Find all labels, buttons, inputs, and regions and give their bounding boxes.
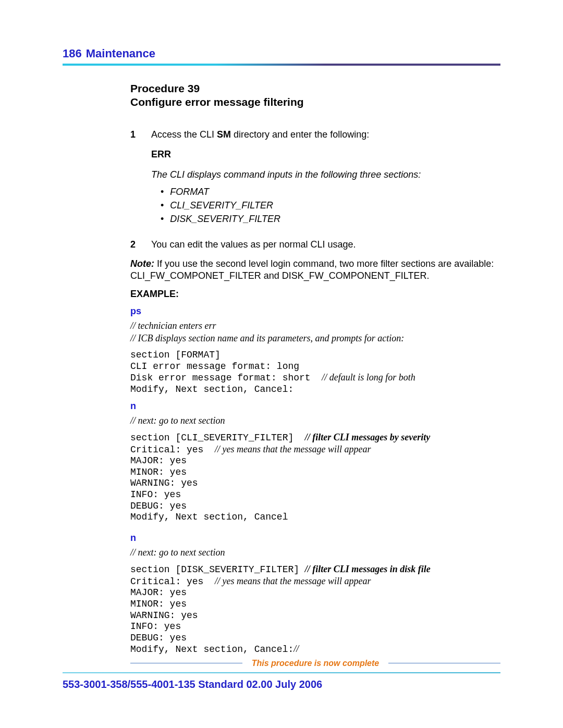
footer-rule <box>63 672 500 673</box>
step-number: 1 <box>130 128 137 231</box>
code-line: Modify, Next section, Cancel <box>130 512 288 522</box>
completion-text: This procedure is now complete <box>252 659 380 668</box>
step-2: 2 You can edit the values as per normal … <box>130 238 500 251</box>
note-text: If you use the second level login comman… <box>130 258 494 281</box>
code-inline-comment: // filter CLI messages by severity <box>305 432 430 442</box>
step-1: 1 Access the CLI SM directory and enter … <box>130 128 500 231</box>
step-body: Access the CLI SM directory and enter th… <box>151 128 500 231</box>
completion-separator: This procedure is now complete <box>130 659 500 668</box>
section-title: Maintenance <box>86 47 155 60</box>
page-number: 186 <box>63 47 82 60</box>
code-block: section [CLI_SEVERITY_FILTER] // filter … <box>130 432 500 523</box>
command-ps: ps <box>130 306 500 317</box>
step-body: You can edit the values as per normal CL… <box>151 238 500 251</box>
code-inline-comment: // yes means that the message will appea… <box>215 444 371 454</box>
document-page: 186 Maintenance Procedure 39 Configure e… <box>0 0 563 728</box>
code-line: Disk error message format: short <box>130 373 322 383</box>
step-text-prefix: Access the CLI <box>151 129 217 140</box>
page-header: 186 Maintenance <box>63 47 500 60</box>
code-line: Modify, Next section, Cancel: <box>130 384 293 394</box>
code-inline-comment: // default is long for both <box>322 372 415 382</box>
code-line: CLI error message format: long <box>130 361 299 372</box>
bullet-item: DISK_SEVERITY_FILTER <box>161 212 500 226</box>
code-line: WARNING: yes <box>130 478 198 488</box>
code-inline-comment: // <box>293 644 299 654</box>
code-line: DEBUG: yes <box>130 633 187 643</box>
code-comment: // ICB displays section name and its par… <box>130 332 500 344</box>
code-block: section [DISK_SEVERITY_FILTER] // filter… <box>130 564 500 656</box>
code-line: Modify, Next section, Cancel: <box>130 644 293 655</box>
code-line: MAJOR: yes <box>130 455 187 466</box>
code-line: DEBUG: yes <box>130 501 187 511</box>
err-label: ERR <box>151 148 500 161</box>
footer-text: 553-3001-358/555-4001-135 Standard 02.00… <box>63 678 500 690</box>
code-line: MINOR: yes <box>130 599 187 609</box>
code-comment: // technician enters err <box>130 320 500 332</box>
bullet-item: CLI_SEVERITY_FILTER <box>161 199 500 212</box>
code-inline-comment: // yes means that the message will appea… <box>215 576 371 586</box>
code-line: section [CLI_SEVERITY_FILTER] <box>130 433 305 443</box>
code-line: MAJOR: yes <box>130 587 187 598</box>
bullet-list: FORMAT CLI_SEVERITY_FILTER DISK_SEVERITY… <box>161 185 500 226</box>
command-n: n <box>130 533 500 544</box>
code-line: WARNING: yes <box>130 610 198 621</box>
code-line: INFO: yes <box>130 621 181 632</box>
note-label: Note: <box>130 258 154 269</box>
step-text-bold: SM <box>217 129 231 140</box>
code-line: section [FORMAT] <box>130 350 221 360</box>
step-number: 2 <box>130 238 137 251</box>
example-label: EXAMPLE: <box>130 289 500 300</box>
command-n: n <box>130 401 500 412</box>
code-line: Critical: yes <box>130 445 215 455</box>
step-text-suffix: directory and enter the following: <box>231 129 369 140</box>
procedure-title: Configure error message filtering <box>130 96 500 108</box>
page-footer: 553-3001-358/555-4001-135 Standard 02.00… <box>63 672 500 690</box>
procedure-label: Procedure 39 <box>130 82 500 95</box>
code-line: MINOR: yes <box>130 467 187 477</box>
code-line: INFO: yes <box>130 489 181 500</box>
separator-line <box>388 663 500 663</box>
code-block: section [FORMAT] CLI error message forma… <box>130 350 500 395</box>
code-line: section [DISK_SEVERITY_FILTER] <box>130 564 305 575</box>
separator-line <box>130 663 242 663</box>
note-block: Note: If you use the second level login … <box>130 258 500 281</box>
spacer <box>130 344 500 350</box>
spacer <box>130 559 500 564</box>
code-comment: // next: go to next section <box>130 547 500 559</box>
cli-intro: The CLI displays command inputs in the f… <box>151 168 500 181</box>
code-inline-comment: // filter CLI messages in disk file <box>305 564 431 574</box>
code-comment: // next: go to next section <box>130 415 500 427</box>
code-line: Critical: yes <box>130 576 215 587</box>
content-area: Procedure 39 Configure error message fil… <box>63 66 500 668</box>
bullet-item: FORMAT <box>161 185 500 199</box>
spacer <box>130 427 500 432</box>
